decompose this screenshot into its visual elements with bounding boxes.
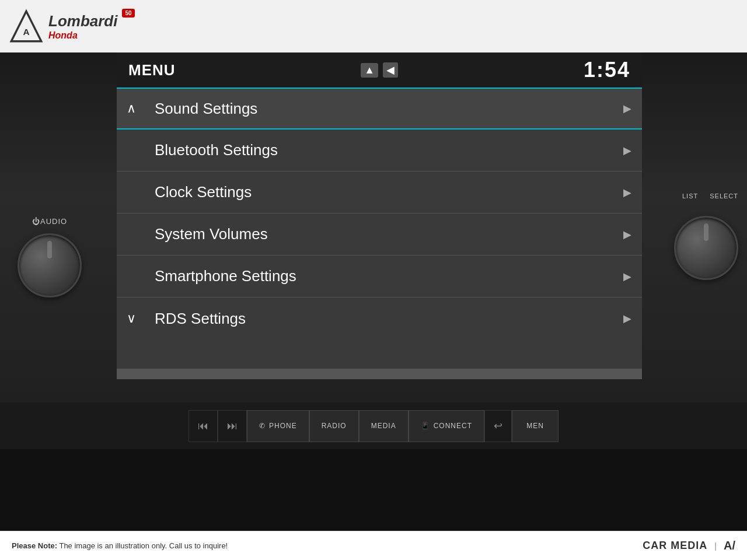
right-control-labels: LIST SELECT bbox=[682, 192, 738, 200]
next-track-button[interactable]: ⏭ bbox=[218, 410, 247, 442]
menu-item-smartphone-settings[interactable]: Smartphone Settings ▶ bbox=[117, 256, 642, 298]
radio-label: RADIO bbox=[322, 422, 347, 430]
clock-settings-label: Clock Settings bbox=[146, 183, 613, 201]
nav-play-icon: ◀ bbox=[383, 62, 398, 78]
list-label: LIST bbox=[682, 192, 698, 200]
smartphone-settings-arrow: ▶ bbox=[613, 270, 642, 283]
menu-button[interactable]: MEN bbox=[512, 410, 558, 442]
bluetooth-settings-label: Bluetooth Settings bbox=[146, 141, 613, 159]
dealer-logo: A Lombardi Honda 50 bbox=[9, 9, 135, 44]
sound-settings-arrow: ▶ bbox=[613, 102, 642, 115]
smartphone-settings-label: Smartphone Settings bbox=[146, 267, 613, 285]
honda-logo-text: Lombardi bbox=[48, 12, 117, 30]
honda-subtext: Honda bbox=[48, 30, 117, 41]
anniversary-badge: 50 bbox=[122, 9, 134, 18]
disclaimer-text: Please Note: The image is an illustratio… bbox=[12, 541, 228, 550]
clock-display: 1:54 bbox=[584, 58, 630, 82]
divider: | bbox=[714, 541, 717, 551]
menu-item-clock-settings[interactable]: Clock Settings ▶ bbox=[117, 172, 642, 214]
select-knob[interactable] bbox=[674, 216, 738, 280]
svg-text:A: A bbox=[23, 27, 29, 37]
scroll-down-button[interactable]: ∨ bbox=[117, 311, 146, 326]
screen-title: MENU bbox=[128, 61, 176, 79]
disclaimer-note: Please Note: bbox=[12, 541, 57, 550]
phone-icon: ✆ bbox=[259, 422, 266, 430]
dashboard-vent-area: ⏮ ⏭ ✆ PHONE RADIO MEDIA 📱 CONNECT ↩ MEN bbox=[0, 449, 747, 531]
phone-label: PHONE bbox=[269, 422, 297, 430]
menu-button-label: MEN bbox=[526, 422, 544, 430]
system-volumes-label: System Volumes bbox=[146, 225, 613, 243]
bottom-info-bar: Please Note: The image is an illustratio… bbox=[0, 531, 747, 560]
screen-header: MENU ▲ ◀ 1:54 bbox=[117, 52, 642, 88]
car-media-branding: CAR MEDIA | A/ bbox=[643, 539, 735, 552]
car-media-text: CAR MEDIA bbox=[643, 540, 707, 552]
sound-settings-label: Sound Settings bbox=[146, 100, 613, 118]
nav-up-icon: ▲ bbox=[361, 63, 378, 78]
audio-label: ⏻AUDIO bbox=[32, 216, 67, 226]
connect-button[interactable]: 📱 CONNECT bbox=[409, 410, 484, 442]
connect-icon: 📱 bbox=[421, 422, 430, 430]
menu-item-bluetooth-settings[interactable]: Bluetooth Settings ▶ bbox=[117, 130, 642, 172]
control-buttons-row: ⏮ ⏭ ✆ PHONE RADIO MEDIA 📱 CONNECT ↩ MEN bbox=[0, 402, 747, 449]
logo-triangle-icon: A bbox=[9, 9, 44, 44]
phone-button[interactable]: ✆ PHONE bbox=[247, 410, 309, 442]
car-media-symbol: A/ bbox=[724, 539, 735, 552]
connect-label: CONNECT bbox=[434, 422, 472, 430]
menu-list: ∧ Sound Settings ▶ Bluetooth Settings ▶ … bbox=[117, 88, 642, 369]
bluetooth-settings-arrow: ▶ bbox=[613, 144, 642, 157]
menu-item-system-volumes[interactable]: System Volumes ▶ bbox=[117, 214, 642, 256]
media-label: MEDIA bbox=[371, 422, 396, 430]
system-volumes-arrow: ▶ bbox=[613, 228, 642, 241]
menu-item-sound-settings[interactable]: ∧ Sound Settings ▶ bbox=[117, 88, 642, 130]
radio-button[interactable]: RADIO bbox=[309, 410, 359, 442]
scroll-up-button[interactable]: ∧ bbox=[117, 101, 146, 116]
back-button[interactable]: ↩ bbox=[484, 410, 512, 442]
disclaimer-body: The image is an illustration only. Call … bbox=[59, 541, 228, 550]
clock-settings-arrow: ▶ bbox=[613, 186, 642, 199]
header-nav-icons: ▲ ◀ bbox=[361, 62, 398, 78]
top-bar: A Lombardi Honda 50 bbox=[0, 0, 747, 52]
volume-knob[interactable] bbox=[18, 233, 82, 298]
rds-settings-label: RDS Settings bbox=[146, 310, 613, 328]
media-button[interactable]: MEDIA bbox=[359, 410, 409, 442]
menu-item-rds-settings[interactable]: ∨ RDS Settings ▶ bbox=[117, 298, 642, 340]
rds-settings-arrow: ▶ bbox=[613, 312, 642, 325]
prev-track-button[interactable]: ⏮ bbox=[189, 410, 218, 442]
screen-bottom-strip bbox=[117, 369, 642, 379]
infotainment-screen: MENU ▲ ◀ 1:54 ∧ Sound Settings ▶ Bluetoo… bbox=[117, 52, 642, 379]
select-label: SELECT bbox=[710, 192, 738, 200]
